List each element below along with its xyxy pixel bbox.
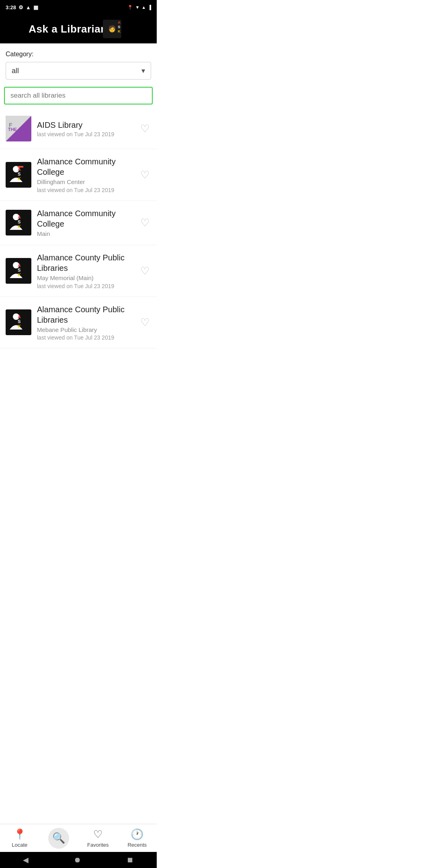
- svg-text:A: A: [18, 215, 21, 219]
- svg-text:A: A: [18, 167, 21, 172]
- svg-text:A: A: [18, 314, 21, 319]
- category-section: Category: all ▾: [0, 43, 157, 83]
- search-section: [0, 83, 157, 108]
- library-info: Alamance County Public Libraries Mebane …: [37, 304, 133, 341]
- header-title: Ask a Librarian: [29, 23, 107, 35]
- page-wrapper: 3:28 ⚙ ▲ ▦ 📍 ▼ ▲ ▐ Ask a Librarian 🧑 A S…: [0, 0, 157, 425]
- chevron-down-icon: ▾: [141, 66, 145, 75]
- library-info: Alamance Community College Main: [37, 208, 133, 238]
- favorite-button[interactable]: ♡: [139, 168, 151, 182]
- library-info: AIDS Library last viewed on Tue Jul 23 2…: [37, 120, 133, 137]
- library-info: Alamance Community College Dillingham Ce…: [37, 156, 133, 193]
- svg-text:S: S: [18, 268, 20, 272]
- app-header: Ask a Librarian 🧑 A S K: [0, 14, 157, 43]
- status-left: 3:28 ⚙ ▲ ▦: [6, 4, 38, 10]
- list-item[interactable]: A S K Alamance County Public Libraries M…: [0, 297, 157, 349]
- status-bar: 3:28 ⚙ ▲ ▦ 📍 ▼ ▲ ▐: [0, 0, 157, 14]
- library-sublabel: Mebane Public Library: [37, 326, 133, 334]
- library-last-viewed: last viewed on Tue Jul 23 2019: [37, 187, 133, 193]
- svg-text:A: A: [18, 263, 21, 268]
- svg-text:K: K: [18, 224, 21, 229]
- favorite-button[interactable]: ♡: [139, 122, 151, 135]
- category-select[interactable]: all ▾: [6, 62, 151, 80]
- library-name: Alamance Community College: [37, 208, 133, 229]
- battery-icon: ▐: [148, 5, 151, 10]
- library-name: Alamance Community College: [37, 156, 133, 177]
- library-name: Alamance County Public Libraries: [37, 304, 133, 325]
- favorite-button[interactable]: ♡: [139, 264, 151, 278]
- library-last-viewed: last viewed on Tue Jul 23 2019: [37, 334, 133, 341]
- search-input[interactable]: [10, 92, 146, 100]
- category-selected-value: all: [12, 67, 19, 75]
- category-label: Category:: [6, 51, 151, 58]
- library-info: Alamance County Public Libraries May Mem…: [37, 252, 133, 289]
- ask-logo: 🧑 A S K: [102, 18, 123, 39]
- library-thumbnail: THE AIDS F: [6, 116, 31, 141]
- ask-person-icon: 🧑: [108, 26, 116, 32]
- upward-icon: ▲: [26, 4, 31, 10]
- status-right: 📍 ▼ ▲ ▐: [127, 5, 151, 10]
- favorite-button[interactable]: ♡: [139, 315, 151, 329]
- svg-text:K: K: [18, 176, 21, 181]
- list-item[interactable]: A S K Alamance Community College Dilling…: [0, 149, 157, 201]
- sim-icon: ▦: [33, 4, 38, 10]
- list-item[interactable]: A S K Alamance County Public Libraries M…: [0, 245, 157, 297]
- library-thumbnail: A S K: [6, 210, 31, 235]
- ask-letters: A S K: [118, 20, 121, 33]
- signal-icon: ▲: [141, 5, 146, 10]
- library-thumbnail: A S K: [6, 162, 31, 188]
- library-list: THE AIDS F AIDS Library last viewed on T…: [0, 108, 157, 381]
- library-sublabel: Dillingham Center: [37, 178, 133, 186]
- svg-text:F: F: [9, 122, 12, 128]
- search-bar-wrapper[interactable]: [4, 87, 153, 104]
- favorite-button[interactable]: ♡: [139, 216, 151, 229]
- library-sublabel: Main: [37, 230, 133, 238]
- library-name: AIDS Library: [37, 120, 133, 130]
- library-name: Alamance County Public Libraries: [37, 252, 133, 273]
- svg-text:K: K: [18, 324, 21, 329]
- svg-text:S: S: [18, 219, 20, 224]
- settings-icon: ⚙: [18, 4, 23, 10]
- library-sublabel: May Memorial (Main): [37, 274, 133, 282]
- svg-text:K: K: [18, 272, 21, 277]
- svg-text:S: S: [18, 172, 20, 176]
- library-last-viewed: last viewed on Tue Jul 23 2019: [37, 131, 133, 137]
- library-thumbnail: A S K: [6, 309, 31, 335]
- wifi-icon: ▼: [135, 5, 139, 10]
- list-item[interactable]: THE AIDS F AIDS Library last viewed on T…: [0, 108, 157, 149]
- status-time: 3:28: [6, 4, 16, 10]
- library-thumbnail: A S K: [6, 258, 31, 284]
- list-item[interactable]: A S K Alamance Community College Main ♡: [0, 201, 157, 246]
- svg-text:S: S: [18, 319, 20, 324]
- location-icon: 📍: [127, 5, 133, 10]
- library-last-viewed: last viewed on Tue Jul 23 2019: [37, 283, 133, 289]
